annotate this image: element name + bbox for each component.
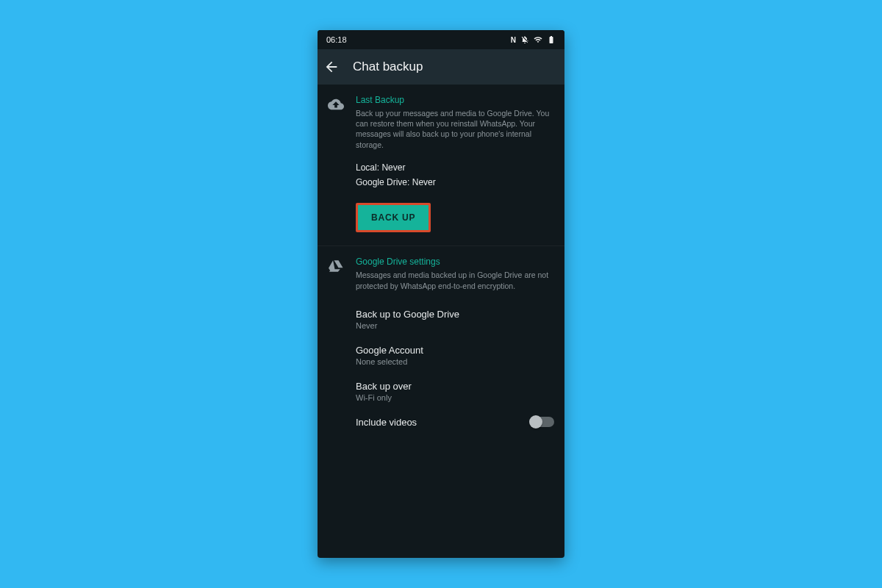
backup-over-row[interactable]: Back up over Wi-Fi only bbox=[356, 373, 554, 409]
status-icons: N bbox=[511, 35, 556, 44]
local-backup-value: Never bbox=[381, 162, 405, 173]
wifi-icon bbox=[534, 35, 542, 44]
status-time: 06:18 bbox=[326, 35, 347, 44]
google-drive-icon bbox=[328, 258, 344, 434]
phone-frame: 06:18 N Chat backup Last Backup Back up … bbox=[318, 30, 564, 558]
cloud-upload-icon bbox=[328, 96, 344, 232]
page-title: Chat backup bbox=[353, 60, 423, 74]
gdrive-heading: Google Drive settings bbox=[356, 257, 554, 267]
notifications-off-icon bbox=[520, 35, 529, 44]
drive-backup-value: Never bbox=[412, 177, 436, 187]
gdrive-description: Messages and media backed up in Google D… bbox=[356, 270, 554, 290]
back-arrow-icon[interactable] bbox=[323, 59, 340, 75]
last-backup-section: Last Backup Back up your messages and me… bbox=[318, 85, 564, 246]
include-videos-label: Include videos bbox=[356, 417, 417, 428]
backup-button-highlight: BACK UP bbox=[356, 203, 431, 232]
settings-content: Last Backup Back up your messages and me… bbox=[318, 85, 564, 558]
nfc-icon: N bbox=[511, 36, 516, 44]
google-account-value: None selected bbox=[356, 357, 423, 366]
include-videos-switch[interactable] bbox=[531, 417, 554, 427]
google-account-label: Google Account bbox=[356, 345, 423, 356]
backup-frequency-value: Never bbox=[356, 321, 459, 330]
last-backup-heading: Last Backup bbox=[356, 95, 554, 105]
backup-frequency-row[interactable]: Back up to Google Drive Never bbox=[356, 301, 554, 337]
include-videos-row[interactable]: Include videos bbox=[356, 409, 554, 435]
battery-icon bbox=[547, 35, 556, 44]
local-backup-row: Local: Never bbox=[356, 160, 554, 175]
backup-button[interactable]: BACK UP bbox=[358, 205, 429, 230]
last-backup-description: Back up your messages and media to Googl… bbox=[356, 108, 554, 150]
drive-backup-label: Google Drive: bbox=[356, 177, 409, 187]
gdrive-settings-section: Google Drive settings Messages and media… bbox=[318, 246, 564, 448]
app-bar: Chat backup bbox=[318, 49, 564, 85]
status-bar: 06:18 N bbox=[318, 30, 564, 49]
backup-over-label: Back up over bbox=[356, 381, 412, 392]
backup-over-value: Wi-Fi only bbox=[356, 393, 412, 402]
backup-frequency-label: Back up to Google Drive bbox=[356, 309, 459, 320]
local-backup-label: Local: bbox=[356, 162, 379, 173]
drive-backup-row: Google Drive: Never bbox=[356, 175, 554, 190]
google-account-row[interactable]: Google Account None selected bbox=[356, 337, 554, 373]
